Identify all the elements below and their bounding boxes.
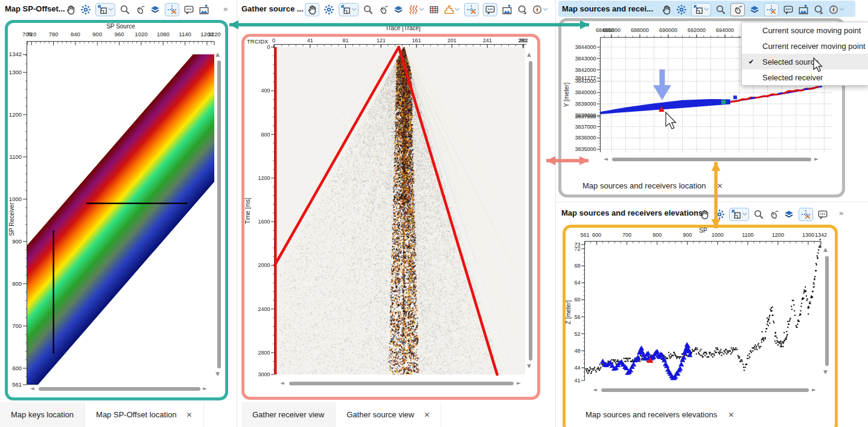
sp-offset-chart[interactable]: 7087207808409009601020108011401200122013… bbox=[8, 23, 225, 397]
close-tab-icon[interactable]: ✕ bbox=[717, 182, 723, 190]
chevron-down-icon[interactable] bbox=[351, 7, 357, 11]
scrollbar-thumb[interactable] bbox=[612, 158, 811, 161]
scrollbar-arrow-icon[interactable]: ▲ bbox=[823, 246, 828, 252]
area-select-icon[interactable] bbox=[691, 3, 711, 16]
sp-offset-tab[interactable]: Map keys location bbox=[0, 402, 85, 427]
scrollbar-thumb[interactable] bbox=[289, 382, 514, 385]
elevations-chart[interactable]: 5616007008009001000110012001300134273726… bbox=[566, 228, 835, 424]
crosshair-icon[interactable] bbox=[464, 3, 479, 16]
gather-tab[interactable]: Gather receiver view bbox=[241, 402, 336, 427]
scrollbar-arrow-icon[interactable]: ► bbox=[812, 387, 816, 393]
comment-bubble-icon[interactable] bbox=[183, 4, 194, 15]
mouse-pointer-icon[interactable] bbox=[730, 3, 745, 16]
map-location-tab[interactable]: Map sources and receivers location✕ bbox=[582, 181, 723, 190]
svg-text:41: 41 bbox=[307, 37, 313, 43]
comment-bubble-icon[interactable] bbox=[783, 4, 794, 15]
scrollbar-thumb[interactable] bbox=[529, 61, 532, 361]
layers-icon[interactable] bbox=[749, 4, 760, 15]
settings-gear-icon[interactable] bbox=[324, 4, 334, 15]
elevations-toolbar-overflow[interactable]: » bbox=[839, 208, 843, 217]
comment-bubble-icon[interactable] bbox=[817, 209, 828, 220]
right-panels-divider bbox=[556, 202, 868, 202]
export-image-icon[interactable] bbox=[798, 4, 809, 15]
crosshair-icon[interactable] bbox=[799, 208, 813, 221]
comment-bubble-icon[interactable] bbox=[483, 3, 497, 16]
area-select-icon[interactable] bbox=[729, 208, 749, 221]
settings-gear-icon[interactable] bbox=[676, 4, 687, 15]
scrollbar-arrow-icon[interactable]: ► bbox=[814, 156, 819, 162]
chevron-down-icon[interactable] bbox=[419, 7, 424, 11]
layers-icon[interactable] bbox=[150, 4, 161, 15]
close-tab-icon[interactable]: ✕ bbox=[187, 411, 193, 419]
chevron-down-icon[interactable] bbox=[455, 7, 460, 11]
scrollbar-arrow-icon[interactable]: ▲ bbox=[527, 51, 531, 57]
pan-hand-icon[interactable] bbox=[661, 4, 672, 15]
scrollbar-arrow-icon[interactable]: ▲ bbox=[215, 51, 220, 57]
spreadsheet-icon[interactable] bbox=[429, 4, 439, 15]
elevations-tab[interactable]: Map sources and receivers elevations✕ bbox=[586, 410, 734, 419]
scrollbar-arrow-icon[interactable]: ◄ bbox=[280, 380, 284, 386]
scrollbar-thumb[interactable] bbox=[825, 256, 829, 366]
elevations-plot-panel[interactable]: Map sources and receivers elevations✕561… bbox=[563, 225, 838, 427]
scrollbar-arrow-icon[interactable]: ◄ bbox=[30, 385, 34, 391]
gather-tab[interactable]: Gather source view✕ bbox=[336, 402, 441, 427]
compass-icon[interactable] bbox=[532, 4, 548, 15]
mouse-pointer-icon[interactable] bbox=[135, 4, 145, 15]
gather-plot-panel[interactable]: TRCIDX 041811211612012412812820400800120… bbox=[241, 34, 540, 400]
export-image-icon[interactable] bbox=[199, 4, 209, 15]
scrollbar-arrow-icon[interactable]: ▼ bbox=[823, 369, 828, 375]
mouse-pointer-icon[interactable] bbox=[768, 209, 779, 220]
seismic-image[interactable] bbox=[275, 47, 525, 374]
histogram-icon[interactable] bbox=[444, 4, 460, 15]
measure-icon[interactable] bbox=[813, 4, 824, 15]
scrollbar-arrow-icon[interactable]: ◄ bbox=[593, 387, 597, 393]
close-tab-icon[interactable]: ✕ bbox=[424, 411, 430, 419]
zoom-magnifier-icon[interactable] bbox=[120, 4, 130, 15]
chevron-down-icon[interactable] bbox=[543, 7, 548, 11]
settings-gear-icon[interactable] bbox=[714, 209, 725, 220]
menu-item[interactable]: ✔Selected source bbox=[742, 54, 868, 69]
menu-item[interactable]: Current source moving point bbox=[742, 22, 868, 38]
scrollbar-arrow-icon[interactable]: ▼ bbox=[215, 371, 220, 377]
pan-hand-icon[interactable] bbox=[699, 209, 710, 220]
menu-item[interactable]: Current receiver moving point bbox=[742, 38, 868, 54]
settings-gear-icon[interactable] bbox=[80, 4, 91, 15]
scrollbar-thumb[interactable] bbox=[217, 60, 221, 368]
area-select-icon[interactable] bbox=[339, 3, 359, 16]
svg-text:1000: 1000 bbox=[712, 232, 724, 238]
svg-text:1220: 1220 bbox=[208, 31, 220, 37]
chevron-down-icon[interactable] bbox=[742, 212, 747, 216]
compass-icon[interactable] bbox=[828, 4, 844, 15]
menu-item[interactable]: Selected receiver bbox=[742, 69, 868, 85]
wiggle-traces-icon[interactable] bbox=[408, 4, 424, 15]
area-select-icon[interactable] bbox=[95, 3, 115, 16]
chevron-down-icon[interactable] bbox=[839, 7, 844, 11]
zoom-magnifier-icon[interactable] bbox=[753, 209, 764, 220]
scrollbar-thumb[interactable] bbox=[601, 388, 809, 392]
mouse-pointer-icon[interactable] bbox=[378, 4, 389, 15]
layers-icon[interactable] bbox=[393, 4, 404, 15]
chevron-down-icon[interactable] bbox=[108, 7, 113, 11]
scrollbar-arrow-icon[interactable]: ► bbox=[517, 380, 521, 386]
chevron-down-icon[interactable] bbox=[704, 7, 709, 11]
export-image-icon[interactable] bbox=[502, 4, 512, 15]
scrollbar-arrow-icon[interactable]: ▼ bbox=[527, 363, 531, 369]
scrollbar-arrow-icon[interactable]: ◄ bbox=[604, 156, 608, 162]
gather-tab-label: Gather receiver view bbox=[252, 410, 324, 419]
crosshair-icon[interactable] bbox=[764, 3, 779, 16]
crosshair-icon[interactable] bbox=[165, 3, 179, 16]
measure-icon[interactable] bbox=[517, 4, 528, 15]
pan-hand-icon[interactable] bbox=[65, 4, 76, 15]
sp-offset-plot-panel[interactable]: 7087207808409009601020108011401200122013… bbox=[5, 20, 228, 400]
layers-icon[interactable] bbox=[783, 209, 794, 220]
pan-hand-icon[interactable] bbox=[305, 3, 319, 16]
sp-offset-tab[interactable]: Map SP-Offset location✕ bbox=[85, 402, 204, 427]
close-tab-icon[interactable]: ✕ bbox=[728, 411, 734, 419]
zoom-magnifier-icon[interactable] bbox=[363, 4, 374, 15]
sp-offset-toolbar-overflow[interactable]: » bbox=[223, 4, 228, 13]
svg-text:1342: 1342 bbox=[815, 232, 827, 238]
zoom-magnifier-icon[interactable] bbox=[715, 4, 726, 15]
map-location-panel-title: Map sources and recei... bbox=[562, 4, 653, 13]
scrollbar-thumb[interactable] bbox=[39, 387, 200, 391]
scrollbar-arrow-icon[interactable]: ► bbox=[203, 385, 207, 391]
